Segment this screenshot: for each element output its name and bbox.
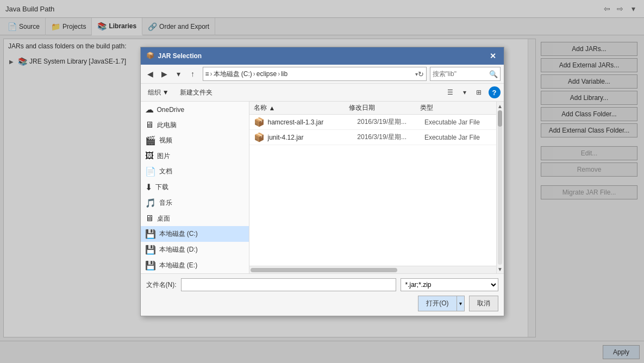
filename-input[interactable] bbox=[181, 278, 396, 291]
nav-item-local-d[interactable]: 💾 本地磁盘 (D:) bbox=[141, 242, 249, 258]
address-sep2: › bbox=[253, 70, 255, 78]
search-box[interactable]: 🔍 bbox=[430, 67, 501, 81]
nav-item-pictures[interactable]: 🖼 图片 bbox=[141, 148, 249, 164]
col-date[interactable]: 修改日期 bbox=[349, 103, 420, 112]
onedrive-label: OneDrive bbox=[157, 106, 185, 114]
downloads-label: 下载 bbox=[155, 183, 168, 192]
pictures-label: 图片 bbox=[157, 152, 170, 161]
address-sep3: › bbox=[278, 70, 280, 78]
col-name-label: 名称 bbox=[254, 103, 267, 112]
jar-selection-dialog: 📦 JAR Selection ✕ ◀ ▶ ▾ ↑ ≡ › 本地磁盘 (C:) … bbox=[140, 47, 504, 316]
address-sep1: › bbox=[210, 70, 212, 78]
junit-file-icon: 📦 bbox=[254, 132, 265, 142]
col-name[interactable]: 名称 ▲ bbox=[254, 103, 349, 112]
local-c-icon: 💾 bbox=[145, 229, 156, 239]
music-label: 音乐 bbox=[159, 198, 172, 208]
onedrive-icon: ☁ bbox=[145, 104, 154, 115]
sort-arrow-icon: ▲ bbox=[269, 104, 276, 112]
nav-up-button[interactable]: ↑ bbox=[186, 67, 199, 80]
nav-item-documents[interactable]: 📄 文档 bbox=[141, 164, 249, 179]
nav-item-video[interactable]: 🎬 视频 bbox=[141, 133, 249, 148]
local-e-label: 本地磁盘 (E:) bbox=[159, 261, 198, 270]
dialog-close-button[interactable]: ✕ bbox=[487, 51, 498, 61]
open-dropdown-button[interactable]: ▾ bbox=[457, 296, 465, 311]
dialog-hscroll[interactable] bbox=[249, 266, 496, 273]
dialog-vscroll[interactable]: ▲ ▼ bbox=[496, 102, 504, 273]
dialog-nav: ◀ ▶ ▾ ↑ ≡ › 本地磁盘 (C:) › eclipse › lib ▾ … bbox=[141, 65, 504, 84]
filetype-select[interactable]: *.jar;*.zip bbox=[401, 278, 498, 291]
junit-file-date: 2016/3/19/星期... bbox=[357, 133, 424, 142]
new-folder-button[interactable]: 新建文件夹 bbox=[176, 86, 216, 99]
dialog-title-icon: 📦 bbox=[146, 52, 155, 60]
address-refresh-icon[interactable]: ↻ bbox=[418, 70, 424, 78]
file-list-header: 名称 ▲ 修改日期 类型 bbox=[249, 102, 496, 115]
nav-recent-button[interactable]: ▾ bbox=[172, 67, 185, 80]
dialog-file-pane: 名称 ▲ 修改日期 类型 📦 hamcrest-all-1.3.jar bbox=[249, 102, 496, 273]
hscroll-thumb bbox=[251, 268, 397, 272]
address-eclipse: eclipse bbox=[257, 70, 277, 78]
documents-icon: 📄 bbox=[145, 166, 156, 177]
video-icon: 🎬 bbox=[145, 135, 156, 146]
search-icon: 🔍 bbox=[489, 70, 498, 78]
file-row-junit[interactable]: 📦 junit-4.12.jar 2016/3/19/星期... Executa… bbox=[249, 130, 496, 145]
hamcrest-file-icon: 📦 bbox=[254, 117, 265, 127]
local-d-label: 本地磁盘 (D:) bbox=[159, 245, 198, 254]
cancel-button[interactable]: 取消 bbox=[469, 296, 498, 311]
vscroll-down-button[interactable]: ▼ bbox=[497, 266, 503, 272]
nav-item-this-pc[interactable]: 🖥 此电脑 bbox=[141, 117, 249, 133]
nav-item-local-e[interactable]: 💾 本地磁盘 (E:) bbox=[141, 258, 249, 273]
dialog-body: ☁ OneDrive 🖥 此电脑 🎬 视频 🖼 图片 📄 文档 bbox=[141, 102, 504, 273]
vscroll-thumb bbox=[498, 110, 502, 127]
address-this-pc-icon: ≡ bbox=[205, 70, 209, 78]
open-button[interactable]: 打开(O) bbox=[418, 296, 457, 311]
hamcrest-file-type: Executable Jar File bbox=[424, 118, 492, 126]
junit-file-name: junit-4.12.jar bbox=[268, 134, 358, 141]
view-tile-icon[interactable]: ⊞ bbox=[472, 86, 485, 99]
nav-back-button[interactable]: ◀ bbox=[144, 67, 157, 80]
nav-forward-button[interactable]: ▶ bbox=[158, 67, 171, 80]
dialog-overlay: 📦 JAR Selection ✕ ◀ ▶ ▾ ↑ ≡ › 本地磁盘 (C:) … bbox=[0, 0, 644, 363]
desktop-label: 桌面 bbox=[157, 214, 170, 223]
dialog-footer: 文件名(N): *.jar;*.zip 打开(O) ▾ 取消 bbox=[141, 273, 504, 316]
view-list-icon[interactable]: ☰ bbox=[444, 86, 457, 99]
col-type-label: 类型 bbox=[420, 104, 433, 111]
pictures-icon: 🖼 bbox=[145, 151, 154, 161]
view-dropdown-icon[interactable]: ▾ bbox=[458, 86, 471, 99]
organize-button[interactable]: 组织 ▼ bbox=[144, 86, 173, 99]
local-c-label: 本地磁盘 (C:) bbox=[159, 229, 198, 239]
dialog-title-text: JAR Selection bbox=[158, 52, 202, 60]
file-row-hamcrest[interactable]: 📦 hamcrest-all-1.3.jar 2016/3/19/星期... E… bbox=[249, 115, 496, 130]
nav-item-downloads[interactable]: ⬇ 下载 bbox=[141, 179, 249, 195]
search-input[interactable] bbox=[433, 70, 489, 78]
view-icons: ☰ ▾ ⊞ bbox=[444, 86, 485, 99]
col-type[interactable]: 类型 bbox=[420, 103, 491, 112]
hamcrest-file-name: hamcrest-all-1.3.jar bbox=[268, 118, 358, 126]
music-icon: 🎵 bbox=[145, 198, 156, 208]
address-bar[interactable]: ≡ › 本地磁盘 (C:) › eclipse › lib ▾ ↻ bbox=[203, 67, 427, 81]
file-list: 📦 hamcrest-all-1.3.jar 2016/3/19/星期... E… bbox=[249, 115, 496, 266]
this-pc-icon: 🖥 bbox=[145, 120, 154, 130]
desktop-icon: 🖥 bbox=[145, 214, 154, 223]
video-label: 视频 bbox=[159, 136, 172, 145]
nav-item-music[interactable]: 🎵 音乐 bbox=[141, 195, 249, 211]
hamcrest-file-date: 2016/3/19/星期... bbox=[357, 117, 424, 127]
documents-label: 文档 bbox=[159, 167, 172, 176]
local-e-icon: 💾 bbox=[145, 260, 156, 271]
nav-item-local-c[interactable]: 💾 本地磁盘 (C:) bbox=[141, 226, 249, 242]
nav-item-onedrive[interactable]: ☁ OneDrive bbox=[141, 102, 249, 117]
address-lib: lib bbox=[281, 70, 287, 78]
organize-label: 组织 ▼ bbox=[148, 88, 169, 97]
this-pc-label: 此电脑 bbox=[157, 121, 177, 130]
downloads-icon: ⬇ bbox=[145, 182, 152, 192]
nav-item-desktop[interactable]: 🖥 桌面 bbox=[141, 211, 249, 226]
filename-label: 文件名(N): bbox=[146, 280, 177, 290]
dialog-footer-buttons: 打开(O) ▾ 取消 bbox=[146, 296, 498, 311]
help-icon[interactable]: ? bbox=[489, 86, 501, 98]
address-c-drive: 本地磁盘 (C:) bbox=[214, 70, 252, 79]
dialog-title-left: 📦 JAR Selection bbox=[146, 52, 202, 60]
dialog-left-nav: ☁ OneDrive 🖥 此电脑 🎬 视频 🖼 图片 📄 文档 bbox=[141, 102, 249, 273]
vscroll-up-button[interactable]: ▲ bbox=[497, 103, 503, 109]
filename-row: 文件名(N): *.jar;*.zip bbox=[146, 278, 498, 291]
vscroll-track[interactable] bbox=[498, 110, 502, 265]
junit-file-type: Executable Jar File bbox=[424, 134, 492, 141]
